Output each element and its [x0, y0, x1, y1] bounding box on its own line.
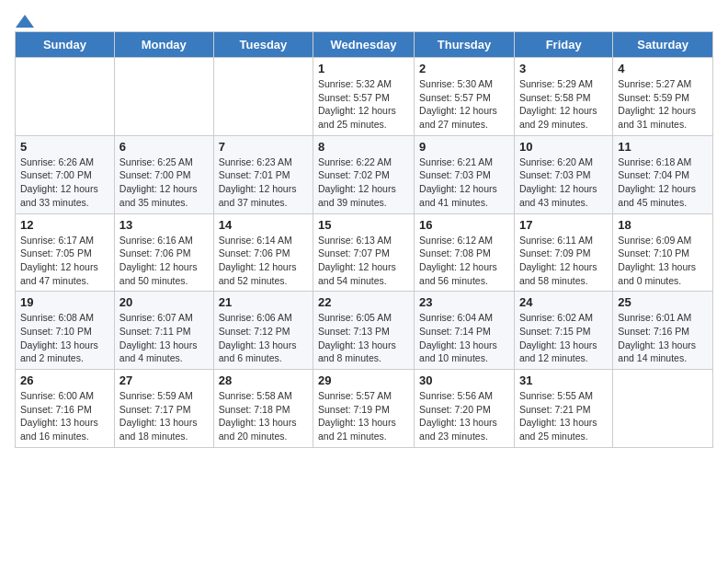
day-number: 28 [219, 373, 308, 387]
day-number: 25 [618, 295, 708, 309]
day-cell: 15Sunrise: 6:13 AM Sunset: 7:07 PM Dayli… [313, 213, 415, 292]
day-cell: 7Sunrise: 6:23 AM Sunset: 7:01 PM Daylig… [213, 135, 313, 213]
day-cell: 2Sunrise: 5:30 AM Sunset: 5:57 PM Daylig… [415, 58, 515, 136]
weekday-header-wednesday: Wednesday [313, 32, 415, 58]
day-number: 3 [519, 62, 608, 75]
day-info: Sunrise: 6:23 AM Sunset: 7:01 PM Dayligh… [219, 155, 308, 210]
day-info: Sunrise: 5:59 AM Sunset: 7:17 PM Dayligh… [119, 389, 209, 443]
day-info: Sunrise: 6:22 AM Sunset: 7:02 PM Dayligh… [318, 155, 409, 210]
day-info: Sunrise: 6:21 AM Sunset: 7:03 PM Dayligh… [419, 155, 509, 210]
week-row-1: 5Sunrise: 6:26 AM Sunset: 7:00 PM Daylig… [16, 135, 713, 213]
day-info: Sunrise: 6:13 AM Sunset: 7:07 PM Dayligh… [318, 234, 409, 288]
day-number: 7 [219, 140, 308, 154]
day-info: Sunrise: 6:09 AM Sunset: 7:10 PM Dayligh… [618, 234, 708, 288]
day-number: 5 [20, 140, 109, 154]
day-cell [213, 58, 313, 136]
day-cell: 18Sunrise: 6:09 AM Sunset: 7:10 PM Dayli… [613, 213, 713, 292]
day-cell: 20Sunrise: 6:07 AM Sunset: 7:11 PM Dayli… [114, 292, 213, 370]
day-number: 31 [519, 373, 608, 387]
day-number: 4 [618, 62, 708, 75]
day-info: Sunrise: 6:01 AM Sunset: 7:16 PM Dayligh… [618, 311, 708, 365]
day-number: 30 [419, 373, 509, 387]
week-row-2: 12Sunrise: 6:17 AM Sunset: 7:05 PM Dayli… [16, 213, 713, 292]
day-info: Sunrise: 6:11 AM Sunset: 7:09 PM Dayligh… [519, 234, 608, 288]
day-cell: 26Sunrise: 6:00 AM Sunset: 7:16 PM Dayli… [16, 370, 115, 448]
day-number: 6 [119, 140, 209, 154]
day-cell: 28Sunrise: 5:58 AM Sunset: 7:18 PM Dayli… [213, 370, 313, 448]
day-info: Sunrise: 5:57 AM Sunset: 7:19 PM Dayligh… [318, 389, 409, 443]
weekday-header-monday: Monday [114, 32, 213, 58]
day-cell: 21Sunrise: 6:06 AM Sunset: 7:12 PM Dayli… [213, 292, 313, 370]
day-cell: 17Sunrise: 6:11 AM Sunset: 7:09 PM Dayli… [514, 213, 612, 292]
day-info: Sunrise: 6:05 AM Sunset: 7:13 PM Dayligh… [318, 311, 409, 365]
day-number: 26 [20, 373, 109, 387]
day-cell: 29Sunrise: 5:57 AM Sunset: 7:19 PM Dayli… [313, 370, 415, 448]
day-number: 24 [519, 295, 608, 309]
day-number: 22 [318, 295, 409, 309]
page-container: SundayMondayTuesdayWednesdayThursdayFrid… [15, 15, 713, 448]
day-info: Sunrise: 5:55 AM Sunset: 7:21 PM Dayligh… [519, 389, 608, 443]
day-number: 29 [318, 373, 409, 387]
day-info: Sunrise: 5:29 AM Sunset: 5:58 PM Dayligh… [519, 77, 608, 132]
day-info: Sunrise: 5:56 AM Sunset: 7:20 PM Dayligh… [419, 389, 509, 443]
day-cell [114, 58, 213, 136]
day-info: Sunrise: 6:02 AM Sunset: 7:15 PM Dayligh… [519, 311, 608, 365]
day-number: 19 [20, 295, 109, 309]
weekday-header-row: SundayMondayTuesdayWednesdayThursdayFrid… [16, 32, 713, 58]
day-info: Sunrise: 6:06 AM Sunset: 7:12 PM Dayligh… [219, 311, 308, 365]
day-info: Sunrise: 6:12 AM Sunset: 7:08 PM Dayligh… [419, 234, 509, 288]
day-cell: 5Sunrise: 6:26 AM Sunset: 7:00 PM Daylig… [16, 135, 115, 213]
day-info: Sunrise: 5:58 AM Sunset: 7:18 PM Dayligh… [219, 389, 308, 443]
day-cell: 16Sunrise: 6:12 AM Sunset: 7:08 PM Dayli… [415, 213, 515, 292]
weekday-header-friday: Friday [514, 32, 612, 58]
day-number: 27 [119, 373, 209, 387]
day-cell: 6Sunrise: 6:25 AM Sunset: 7:00 PM Daylig… [114, 135, 213, 213]
logo [15, 15, 35, 24]
day-cell: 31Sunrise: 5:55 AM Sunset: 7:21 PM Dayli… [514, 370, 612, 448]
day-info: Sunrise: 6:17 AM Sunset: 7:05 PM Dayligh… [20, 234, 109, 288]
day-number: 20 [119, 295, 209, 309]
logo-icon [16, 15, 34, 28]
day-cell: 11Sunrise: 6:18 AM Sunset: 7:04 PM Dayli… [613, 135, 713, 213]
day-info: Sunrise: 6:16 AM Sunset: 7:06 PM Dayligh… [119, 234, 209, 288]
day-cell [613, 370, 713, 448]
day-info: Sunrise: 6:07 AM Sunset: 7:11 PM Dayligh… [119, 311, 209, 365]
svg-marker-0 [16, 15, 34, 28]
day-number: 1 [318, 62, 409, 75]
day-cell: 4Sunrise: 5:27 AM Sunset: 5:59 PM Daylig… [613, 58, 713, 136]
day-number: 14 [219, 218, 308, 232]
day-number: 23 [419, 295, 509, 309]
weekday-header-tuesday: Tuesday [213, 32, 313, 58]
day-cell: 23Sunrise: 6:04 AM Sunset: 7:14 PM Dayli… [415, 292, 515, 370]
day-number: 2 [419, 62, 509, 75]
day-cell: 8Sunrise: 6:22 AM Sunset: 7:02 PM Daylig… [313, 135, 415, 213]
header [15, 15, 713, 24]
day-info: Sunrise: 6:00 AM Sunset: 7:16 PM Dayligh… [20, 389, 109, 443]
week-row-0: 1Sunrise: 5:32 AM Sunset: 5:57 PM Daylig… [16, 58, 713, 136]
day-info: Sunrise: 6:20 AM Sunset: 7:03 PM Dayligh… [519, 155, 608, 210]
day-info: Sunrise: 5:30 AM Sunset: 5:57 PM Dayligh… [419, 77, 509, 132]
day-info: Sunrise: 6:14 AM Sunset: 7:06 PM Dayligh… [219, 234, 308, 288]
day-cell: 14Sunrise: 6:14 AM Sunset: 7:06 PM Dayli… [213, 213, 313, 292]
day-cell: 19Sunrise: 6:08 AM Sunset: 7:10 PM Dayli… [16, 292, 115, 370]
day-info: Sunrise: 6:26 AM Sunset: 7:00 PM Dayligh… [20, 155, 109, 210]
day-cell: 1Sunrise: 5:32 AM Sunset: 5:57 PM Daylig… [313, 58, 415, 136]
day-cell: 25Sunrise: 6:01 AM Sunset: 7:16 PM Dayli… [613, 292, 713, 370]
day-number: 12 [20, 218, 109, 232]
day-info: Sunrise: 6:18 AM Sunset: 7:04 PM Dayligh… [618, 155, 708, 210]
day-number: 9 [419, 140, 509, 154]
day-cell: 24Sunrise: 6:02 AM Sunset: 7:15 PM Dayli… [514, 292, 612, 370]
logo-text [15, 15, 35, 28]
day-number: 11 [618, 140, 708, 154]
calendar-table: SundayMondayTuesdayWednesdayThursdayFrid… [15, 31, 713, 448]
day-cell [16, 58, 115, 136]
day-number: 10 [519, 140, 608, 154]
day-cell: 30Sunrise: 5:56 AM Sunset: 7:20 PM Dayli… [415, 370, 515, 448]
day-cell: 12Sunrise: 6:17 AM Sunset: 7:05 PM Dayli… [16, 213, 115, 292]
day-cell: 22Sunrise: 6:05 AM Sunset: 7:13 PM Dayli… [313, 292, 415, 370]
day-info: Sunrise: 5:32 AM Sunset: 5:57 PM Dayligh… [318, 77, 409, 132]
weekday-header-sunday: Sunday [16, 32, 115, 58]
day-number: 15 [318, 218, 409, 232]
day-number: 8 [318, 140, 409, 154]
day-cell: 13Sunrise: 6:16 AM Sunset: 7:06 PM Dayli… [114, 213, 213, 292]
